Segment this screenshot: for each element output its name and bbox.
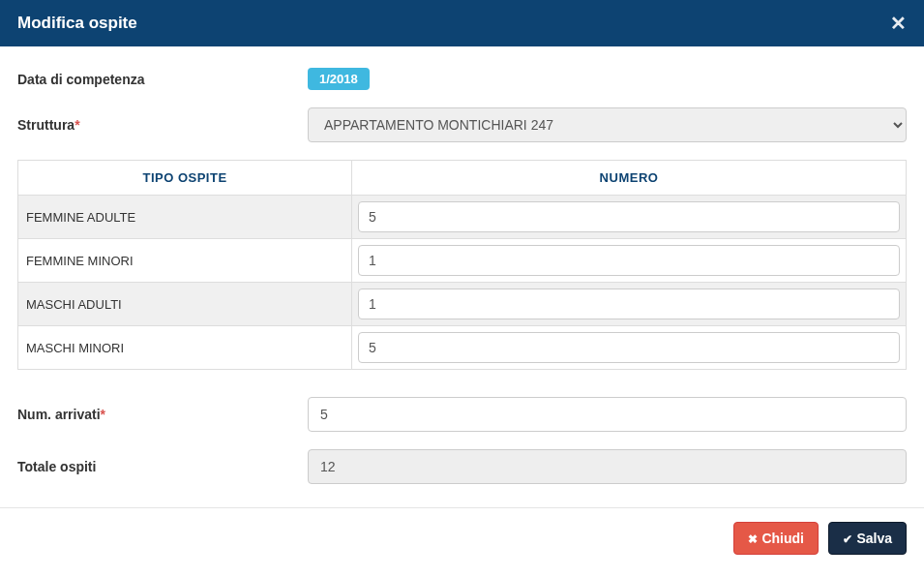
row-date: Data di competenza 1/2018 (17, 68, 907, 90)
table-row: MASCHI ADULTI (18, 283, 907, 326)
arrivals-label-text: Num. arrivati (17, 407, 101, 422)
date-badge-wrapper: 1/2018 (308, 68, 370, 90)
save-button[interactable]: Salva (828, 522, 907, 555)
modal-title: Modifica ospite (17, 14, 137, 33)
close-button-label: Chiudi (761, 531, 804, 546)
cell-type: FEMMINE MINORI (18, 239, 352, 283)
close-icon[interactable]: ✕ (890, 12, 907, 35)
cell-type: FEMMINE ADULTE (18, 196, 352, 239)
structure-label-text: Struttura (17, 117, 75, 133)
x-icon (748, 531, 758, 546)
cell-number (352, 239, 907, 283)
modal-footer: Chiudi Salva (0, 507, 924, 568)
table-row: MASCHI MINORI (18, 326, 907, 370)
required-mark: * (101, 407, 105, 422)
structure-label: Struttura* (17, 117, 308, 133)
row-arrivals: Num. arrivati* (17, 397, 907, 432)
check-icon (843, 531, 852, 546)
input-maschi-adulti[interactable] (358, 288, 900, 319)
save-button-label: Salva (856, 531, 892, 546)
table-row: FEMMINE ADULTE (18, 196, 907, 239)
input-maschi-minori[interactable] (358, 332, 900, 363)
modal-edit-guest: Modifica ospite ✕ Data di competenza 1/2… (0, 0, 924, 568)
row-structure: Struttura* APPARTAMENTO MONTICHIARI 247 (17, 107, 907, 142)
cell-number (352, 326, 907, 370)
date-label: Data di competenza (17, 72, 308, 87)
th-type: TIPO OSPITE (18, 161, 352, 196)
date-badge: 1/2018 (308, 68, 370, 90)
cell-type: MASCHI MINORI (18, 326, 352, 370)
th-number: NUMERO (352, 161, 907, 196)
arrivals-input[interactable] (308, 397, 907, 432)
input-femmine-adulte[interactable] (358, 201, 900, 232)
total-label: Totale ospiti (17, 459, 308, 474)
modal-body: Data di competenza 1/2018 Struttura* APP… (0, 46, 924, 507)
close-button[interactable]: Chiudi (733, 522, 819, 555)
arrivals-label: Num. arrivati* (17, 407, 308, 422)
input-femmine-minori[interactable] (358, 245, 900, 276)
required-mark: * (75, 117, 79, 133)
table-row: FEMMINE MINORI (18, 239, 907, 283)
structure-select[interactable]: APPARTAMENTO MONTICHIARI 247 (308, 107, 907, 142)
row-total: Totale ospiti (17, 449, 907, 484)
cell-type: MASCHI ADULTI (18, 283, 352, 326)
guest-table: TIPO OSPITE NUMERO FEMMINE ADULTE FEMMIN… (17, 160, 907, 370)
total-input (308, 449, 907, 484)
cell-number (352, 283, 907, 326)
modal-header: Modifica ospite ✕ (0, 0, 924, 46)
cell-number (352, 196, 907, 239)
